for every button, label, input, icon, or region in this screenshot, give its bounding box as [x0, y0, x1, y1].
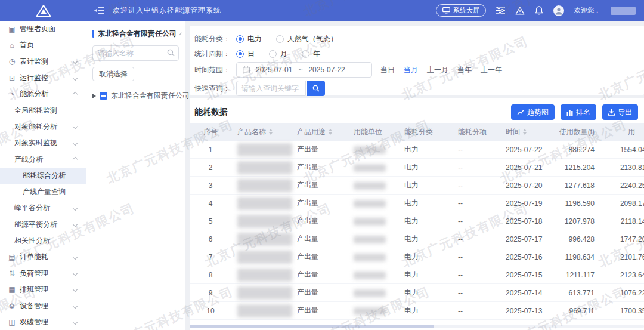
quick-link-today[interactable]: 当日: [380, 65, 395, 75]
sidebar-item-load-management[interactable]: ⇅ 负荷管理: [0, 265, 86, 281]
cancel-selection-button[interactable]: 取消选择: [92, 67, 134, 81]
table-row[interactable]: 1 产出量 电力 -- 2025-07-22 886.274 1554.048: [190, 141, 644, 159]
tree-checkbox[interactable]: [100, 92, 107, 100]
cell-quantity: 1211.117: [556, 271, 605, 279]
cell-energy-unit: [348, 270, 398, 279]
bell-icon[interactable]: [535, 6, 543, 15]
col-header-energy-unit: 用能单位: [348, 127, 398, 137]
table-row[interactable]: 10 产出量 电力 -- 2025-07-13 969.711 1700.352: [190, 302, 644, 320]
sidebar-item-dual-carbon-management[interactable]: ◫ 双碳管理: [0, 314, 86, 330]
sidebar-item-global-energy-monitoring[interactable]: 全局能耗监测: [0, 102, 86, 118]
home-icon: ⌂: [8, 41, 16, 50]
sidebar-item-shift-management[interactable]: ▦ 排班管理: [0, 282, 86, 298]
date-range-picker[interactable]: 2025-07-01 ~ 2025-07-22: [236, 62, 372, 78]
chevron-down-icon: [73, 59, 78, 64]
cell-product-use: 产出量: [291, 216, 348, 226]
collapse-menu-icon[interactable]: [94, 7, 104, 14]
blurred-unit: [354, 236, 386, 243]
quick-link-last-month[interactable]: 上一月: [427, 65, 448, 75]
cell-date: 2025-07-19: [500, 199, 556, 208]
sidebar-item-meter-monitoring[interactable]: ◷ 表计监测: [0, 54, 86, 70]
date-end[interactable]: 2025-07-22: [308, 66, 345, 74]
sort-icon[interactable]: [523, 129, 527, 135]
table-row[interactable]: 4 产出量 电力 -- 2025-07-19 1196.590 2098.176: [190, 195, 644, 212]
trend-chart-button[interactable]: 趋势图: [511, 104, 555, 120]
cell-product-use: 产出量: [291, 288, 348, 298]
quick-search-button[interactable]: [307, 81, 325, 96]
col-header-product-use[interactable]: 产品用途: [291, 127, 348, 137]
sidebar-item-energy-analysis[interactable]: ◔ 能源分析: [0, 86, 86, 102]
tree-expand-caret-icon[interactable]: [92, 94, 96, 98]
quick-link-current-year[interactable]: 当年: [457, 65, 472, 75]
quick-link-current-month[interactable]: 当月: [404, 65, 418, 75]
blurred-unit: [354, 272, 386, 279]
col-header-product-name[interactable]: 产品名称: [231, 127, 291, 137]
greeting-text: 欢迎您，: [574, 6, 600, 15]
sidebar-item-home[interactable]: ⌂ 首页: [0, 37, 86, 53]
sidebar-item-operation-monitoring[interactable]: ⊡ 运行监控: [0, 70, 86, 86]
horizontal-scrollbar-thumb[interactable]: [190, 325, 434, 328]
quick-link-last-year[interactable]: 上一年: [481, 65, 502, 75]
sidebar-item-production-line-analysis[interactable]: 产线分析: [0, 151, 86, 167]
tree-search-input[interactable]: [92, 45, 179, 61]
user-avatar[interactable]: [553, 5, 564, 16]
radio-year[interactable]: 年: [302, 49, 320, 59]
table-row[interactable]: 9 产出量 电力 -- 2025-07-14 613.771 1076.224: [190, 284, 644, 302]
main-content: 能耗分类： 电力 天然气（气态） 统计周期： 日 月 年: [185, 21, 644, 330]
tree-node-company[interactable]: 东北轻合金有限责任公司: [92, 91, 179, 101]
quick-search-input[interactable]: [236, 81, 306, 96]
sidebar-item-peak-flat-valley-analysis[interactable]: 峰平谷分析: [0, 200, 86, 216]
col-header-quantity: 使用数量(t): [556, 127, 605, 137]
radio-electricity[interactable]: 电力: [236, 34, 262, 44]
blurred-product-name: [237, 161, 292, 174]
sidebar-item-admin-page[interactable]: ▣ 管理者页面: [0, 21, 86, 37]
col-header-extra: 用: [605, 127, 644, 137]
calendar-icon: ▦: [8, 285, 16, 294]
ranking-button[interactable]: 排名: [561, 104, 596, 120]
cell-extra: 2101.760: [605, 253, 644, 261]
trend-chart-label: 趋势图: [527, 107, 549, 118]
sort-icon[interactable]: [329, 129, 332, 135]
radio-month[interactable]: 月: [269, 49, 287, 59]
export-button[interactable]: 导出: [602, 104, 638, 120]
pie-chart-icon: ◔: [8, 90, 16, 98]
sidebar-item-production-line-output-query[interactable]: 产线产量查询: [0, 184, 86, 200]
system-big-screen-label: 系统大屏: [453, 6, 479, 15]
sidebar-item-label: 设备管理: [20, 301, 48, 311]
cell-date: 2025-07-18: [500, 217, 556, 226]
sidebar-item-order-energy[interactable]: ▤ 订单能耗: [0, 249, 86, 265]
sidebar-item-energy-balance-analysis[interactable]: 能源平衡分析: [0, 217, 86, 233]
cell-product-use: 产出量: [291, 252, 348, 262]
radio-natural-gas[interactable]: 天然气（气态）: [276, 34, 338, 44]
alert-triangle-icon[interactable]: [515, 7, 525, 15]
date-start[interactable]: 2025-07-01: [256, 66, 292, 74]
cell-date: 2025-07-22: [500, 146, 556, 154]
cell-date: 2025-07-20: [500, 181, 556, 190]
sliders-icon[interactable]: [496, 7, 505, 14]
table-row[interactable]: 3 产出量 电力 -- 2025-07-20 1277.618 2240.256: [190, 177, 644, 195]
sidebar-item-object-energy-analysis[interactable]: 对象能耗分析: [0, 119, 86, 135]
table-row[interactable]: 7 产出量 电力 -- 2025-07-16 1198.634 2101.760: [190, 248, 644, 266]
sidebar-item-device-management[interactable]: ⚙ 设备管理: [0, 298, 86, 314]
system-big-screen-button[interactable]: 系统大屏: [436, 4, 486, 17]
cell-energy-type: 电力: [398, 180, 452, 190]
sort-icon[interactable]: [269, 129, 273, 135]
sidebar-item-energy-comprehensive-analysis[interactable]: 能耗综合分析: [0, 168, 86, 184]
col-header-date[interactable]: 时间: [500, 127, 556, 137]
cell-product-use: 产出量: [291, 180, 348, 190]
search-icon: [167, 49, 175, 57]
cell-date: 2025-07-16: [500, 253, 556, 261]
radio-day[interactable]: 日: [236, 49, 255, 59]
welcome-text: 欢迎进入中铝东轻能源管理系统: [113, 5, 221, 16]
table-row[interactable]: 6 产出量 电力 -- 2025-07-17 996.428 1747.200: [190, 230, 644, 248]
cell-product-use: 产出量: [291, 162, 348, 172]
table-row[interactable]: 5 产出量 电力 -- 2025-07-18 1207.978 2118.144: [190, 212, 644, 230]
sidebar-item-correlation-analysis[interactable]: 相关性分析: [0, 233, 86, 249]
sidebar-item-object-realtime-monitoring[interactable]: 对象实时监视: [0, 135, 86, 151]
cell-energy-unit: [348, 252, 398, 261]
table-row[interactable]: 8 产出量 电力 -- 2025-07-15 1211.117 2123.648: [190, 266, 644, 284]
table-row[interactable]: 2 产出量 电力 -- 2025-07-21 1215.204 2130.816: [190, 159, 644, 177]
cell-product-name: [231, 286, 291, 300]
chevron-down-icon: [73, 271, 78, 276]
company-selector[interactable]: 东北轻合金有限责任公司: [92, 29, 179, 39]
